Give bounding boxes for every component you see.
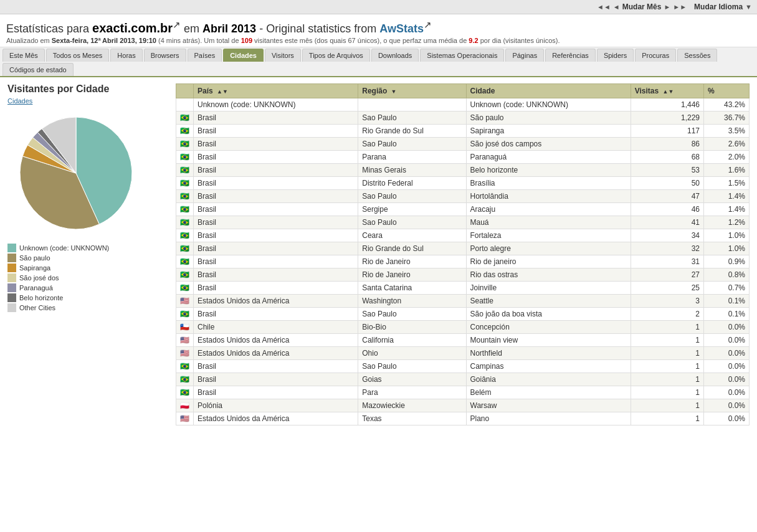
percent-cell: 1.5% xyxy=(704,177,750,190)
table-row: 🇧🇷BrasilSao PauloCampinas10.0% xyxy=(176,360,750,373)
data-table: País ▲▼ Região ▼ Cidade Visitas ▲▼ % xyxy=(176,83,750,425)
tab-spiders[interactable]: Spiders xyxy=(597,49,634,62)
visits-cell: 1 xyxy=(631,321,703,334)
city-cell: Plano xyxy=(466,412,631,425)
tab-tipos-de-arquivos[interactable]: Tipos de Arquivos xyxy=(302,49,370,62)
country-cell: Estados Unidos da América xyxy=(194,347,358,360)
change-lang-label[interactable]: Mudar Idioma xyxy=(694,2,743,11)
visits-cell: 53 xyxy=(631,164,703,177)
country-cell: Brasil xyxy=(194,190,358,203)
tab-sistemas-operacionais[interactable]: Sistemas Operacionais xyxy=(420,49,504,62)
percent-cell: 2.6% xyxy=(704,138,750,151)
percent-header: % xyxy=(704,84,750,98)
city-cell: Aracaju xyxy=(466,203,631,216)
average-num: 9.2 xyxy=(469,37,478,44)
change-month-label[interactable]: Mudar Mês xyxy=(622,2,662,11)
percent-cell: 0.0% xyxy=(704,386,750,399)
percent-cell: 1.0% xyxy=(704,229,750,242)
flag-cell: 🇧🇷 xyxy=(176,190,194,203)
visits-header[interactable]: Visitas ▲▼ xyxy=(631,84,703,98)
tab-páginas[interactable]: Páginas xyxy=(505,49,544,62)
city-cell: Hortolândia xyxy=(466,190,631,203)
table-row: 🇧🇷BrasilSanta CatarinaJoinville250.7% xyxy=(176,282,750,295)
legend-item: Sapiranga xyxy=(7,264,163,272)
tab-visitors[interactable]: Visitors xyxy=(265,49,301,62)
tab-todos-os-meses[interactable]: Todos os Meses xyxy=(46,49,109,62)
country-cell: Brasil xyxy=(194,138,358,151)
city-cell: Warsaw xyxy=(466,399,631,412)
percent-cell: 1.2% xyxy=(704,216,750,229)
flag-cell: 🇨🇱 xyxy=(176,321,194,334)
country-cell: Estados Unidos da América xyxy=(194,412,358,425)
flag-cell: 🇧🇷 xyxy=(176,308,194,321)
region-header[interactable]: Região ▼ xyxy=(358,84,466,98)
tab-referências[interactable]: Referências xyxy=(545,49,596,62)
tab-sessões[interactable]: Sessões xyxy=(677,49,717,62)
flag-cell: 🇺🇸 xyxy=(176,334,194,347)
percent-cell: 0.1% xyxy=(704,308,750,321)
tab-browsers[interactable]: Browsers xyxy=(144,49,186,62)
table-row: 🇧🇷BrasilRio de JaneiroRio das ostras270.… xyxy=(176,268,750,282)
total-visitors: 109 xyxy=(241,37,252,44)
breadcrumb[interactable]: Cidades xyxy=(7,97,163,105)
legend-color-box xyxy=(7,244,16,252)
pie-legend: Unknown (code: UNKNOWN)São pauloSapirang… xyxy=(7,244,163,312)
right-panel: País ▲▼ Região ▼ Cidade Visitas ▲▼ % xyxy=(176,83,750,425)
visits-sort-icon: ▲▼ xyxy=(663,88,674,95)
country-cell: Brasil xyxy=(194,229,358,242)
flag-cell: 🇧🇷 xyxy=(176,216,194,229)
city-header: Cidade xyxy=(466,84,631,98)
flag-cell: 🇧🇷 xyxy=(176,373,194,386)
table-row: 🇧🇷BrasilSao PauloSão joão da boa vista20… xyxy=(176,308,750,321)
flag-header xyxy=(176,84,194,98)
table-row: 🇺🇸Estados Unidos da AméricaCaliforniaMou… xyxy=(176,334,750,347)
region-cell: Minas Gerais xyxy=(358,164,466,177)
table-row: 🇧🇷BrasilDistrito FederalBrasília501.5% xyxy=(176,177,750,190)
country-cell: Brasil xyxy=(194,282,358,295)
tab-este-mês[interactable]: Este Mês xyxy=(2,49,45,62)
tab-horas[interactable]: Horas xyxy=(110,49,142,62)
region-cell: Sao Paulo xyxy=(358,308,466,321)
country-cell: Polónia xyxy=(194,399,358,412)
awstats-link[interactable]: AwStats xyxy=(379,22,424,35)
visits-cell: 1 xyxy=(631,347,703,360)
last-next-btn[interactable]: ►► xyxy=(673,3,687,11)
country-header[interactable]: País ▲▼ xyxy=(194,84,358,98)
region-cell: Bio-Bio xyxy=(358,321,466,334)
in-text: em xyxy=(184,22,199,35)
tab-downloads[interactable]: Downloads xyxy=(371,49,419,62)
region-cell: Texas xyxy=(358,412,466,425)
region-cell: Santa Catarina xyxy=(358,282,466,295)
tab-países[interactable]: Países xyxy=(188,49,222,62)
tab-códigos-de-estado[interactable]: Códigos de estado xyxy=(2,63,74,76)
site-header: Estatísticas para exacti.com.br↗ em Abri… xyxy=(0,14,757,47)
prev-btn[interactable]: ◄ xyxy=(613,3,620,11)
flag-cell: 🇧🇷 xyxy=(176,242,194,255)
table-row: 🇺🇸Estados Unidos da AméricaWashingtonSea… xyxy=(176,295,750,308)
flag-cell: 🇧🇷 xyxy=(176,282,194,295)
region-cell: California xyxy=(358,334,466,347)
table-row: 🇧🇷BrasilRio Grande do SulPorto alegre321… xyxy=(176,242,750,255)
lang-arrow[interactable]: ▼ xyxy=(745,3,752,11)
tab-procuras[interactable]: Procuras xyxy=(635,49,676,62)
percent-cell: 1.0% xyxy=(704,242,750,255)
city-cell: São josé dos campos xyxy=(466,138,631,151)
percent-cell: 0.0% xyxy=(704,373,750,386)
percent-cell: 1.6% xyxy=(704,164,750,177)
visits-cell: 1 xyxy=(631,360,703,373)
tab-cidades[interactable]: Cidades xyxy=(223,49,264,62)
visits-cell: 117 xyxy=(631,125,703,138)
city-cell: Sapiranga xyxy=(466,125,631,138)
percent-cell: 0.9% xyxy=(704,255,750,268)
visits-cell: 32 xyxy=(631,242,703,255)
visits-cell: 47 xyxy=(631,190,703,203)
next-btn[interactable]: ► xyxy=(664,3,670,11)
first-prev-btn[interactable]: ◄◄ xyxy=(597,3,611,11)
percent-cell: 1.4% xyxy=(704,203,750,216)
flag-cell xyxy=(176,98,194,112)
pie-chart-container xyxy=(7,111,163,237)
legend-label: Unknown (code: UNKNOWN) xyxy=(19,244,109,252)
visitors-text: visitantes este mês (dos quais 67 únicos… xyxy=(254,37,467,44)
update-label: Atualizado em xyxy=(6,37,50,44)
region-cell: Rio Grande do Sul xyxy=(358,125,466,138)
